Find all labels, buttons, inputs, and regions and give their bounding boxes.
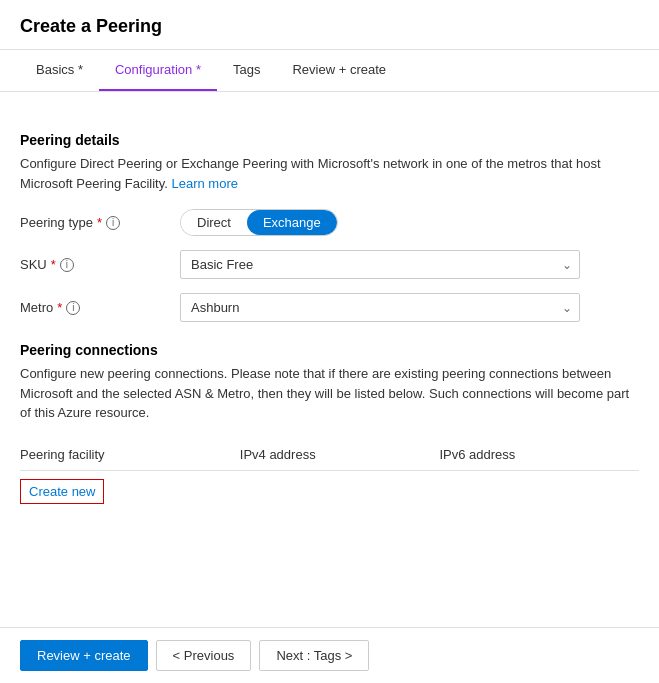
sku-select-wrapper: Basic Free Basic Metered Premium Free Pr… (180, 250, 580, 279)
previous-button[interactable]: < Previous (156, 640, 252, 671)
peering-type-info-icon[interactable]: i (106, 216, 120, 230)
peering-type-required: * (97, 215, 102, 230)
peering-type-control: Direct Exchange (180, 209, 639, 236)
tab-tags[interactable]: Tags (217, 50, 276, 91)
peering-connections-section: Peering connections Configure new peerin… (20, 342, 639, 504)
review-create-button[interactable]: Review + create (20, 640, 148, 671)
peering-type-toggle: Direct Exchange (180, 209, 338, 236)
metro-info-icon[interactable]: i (66, 301, 80, 315)
next-button[interactable]: Next : Tags > (259, 640, 369, 671)
metro-row: Metro * i Ashburn Amsterdam London Singa… (20, 293, 639, 322)
tab-basics[interactable]: Basics * (20, 50, 99, 91)
sku-row: SKU * i Basic Free Basic Metered Premium… (20, 250, 639, 279)
content-area: Peering details Configure Direct Peering… (0, 92, 659, 683)
peering-connections-description: Configure new peering connections. Pleas… (20, 364, 639, 423)
connections-table-header-row: Peering facility IPv4 address IPv6 addre… (20, 439, 639, 471)
peering-details-description: Configure Direct Peering or Exchange Pee… (20, 154, 639, 193)
learn-more-link[interactable]: Learn more (171, 176, 237, 191)
peering-type-exchange-btn[interactable]: Exchange (247, 210, 337, 235)
col-ipv4-address: IPv4 address (240, 439, 440, 471)
footer-bar: Review + create < Previous Next : Tags > (0, 627, 659, 683)
page-title: Create a Peering (20, 16, 639, 37)
peering-type-label: Peering type * i (20, 215, 180, 230)
sku-info-icon[interactable]: i (60, 258, 74, 272)
metro-label: Metro * i (20, 300, 180, 315)
peering-details-title: Peering details (20, 132, 639, 148)
peering-connections-title: Peering connections (20, 342, 639, 358)
tab-bar: Basics * Configuration * Tags Review + c… (0, 50, 659, 92)
connections-table: Peering facility IPv4 address IPv6 addre… (20, 439, 639, 471)
sku-required: * (51, 257, 56, 272)
peering-details-section: Peering details Configure Direct Peering… (20, 132, 639, 193)
peering-type-direct-btn[interactable]: Direct (181, 210, 247, 235)
sku-control: Basic Free Basic Metered Premium Free Pr… (180, 250, 639, 279)
page-header: Create a Peering (0, 0, 659, 50)
col-peering-facility: Peering facility (20, 439, 240, 471)
create-new-button[interactable]: Create new (20, 479, 104, 504)
metro-required: * (57, 300, 62, 315)
connections-table-head: Peering facility IPv4 address IPv6 addre… (20, 439, 639, 471)
sku-select[interactable]: Basic Free Basic Metered Premium Free Pr… (180, 250, 580, 279)
tab-configuration[interactable]: Configuration * (99, 50, 217, 91)
metro-select[interactable]: Ashburn Amsterdam London Singapore Tokyo (180, 293, 580, 322)
metro-select-wrapper: Ashburn Amsterdam London Singapore Tokyo… (180, 293, 580, 322)
tab-review-create[interactable]: Review + create (276, 50, 402, 91)
peering-type-row: Peering type * i Direct Exchange (20, 209, 639, 236)
metro-control: Ashburn Amsterdam London Singapore Tokyo… (180, 293, 639, 322)
sku-label: SKU * i (20, 257, 180, 272)
col-ipv6-address: IPv6 address (439, 439, 639, 471)
